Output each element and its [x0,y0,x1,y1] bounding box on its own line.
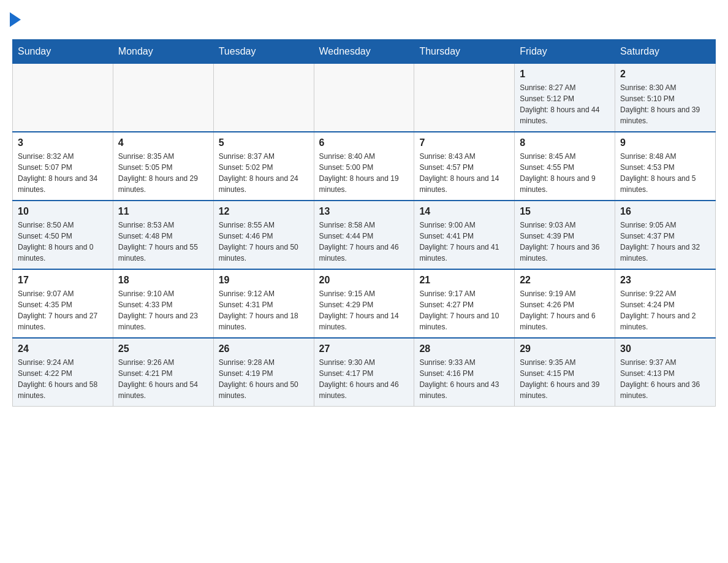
day-info: Sunrise: 9:35 AMSunset: 4:15 PMDaylight:… [520,357,610,401]
calendar-day-cell: 13Sunrise: 8:58 AMSunset: 4:44 PMDayligh… [314,201,414,269]
day-number: 22 [520,275,610,286]
day-number: 18 [118,275,208,286]
calendar-day-cell: 19Sunrise: 9:12 AMSunset: 4:31 PMDayligh… [213,269,314,338]
day-number: 25 [118,343,208,354]
calendar-day-cell: 20Sunrise: 9:15 AMSunset: 4:29 PMDayligh… [314,269,414,338]
calendar-week-row: 10Sunrise: 8:50 AMSunset: 4:50 PMDayligh… [13,201,716,269]
day-info: Sunrise: 8:32 AMSunset: 5:07 PMDaylight:… [18,151,108,195]
day-number: 16 [620,206,710,217]
calendar-day-cell: 4Sunrise: 8:35 AMSunset: 5:05 PMDaylight… [113,132,213,201]
calendar-day-cell [314,64,414,132]
calendar-day-cell: 29Sunrise: 9:35 AMSunset: 4:15 PMDayligh… [515,338,615,407]
day-number: 1 [520,69,610,80]
day-info: Sunrise: 9:26 AMSunset: 4:21 PMDaylight:… [118,357,208,401]
calendar-table: Sunday Monday Tuesday Wednesday Thursday… [12,39,716,407]
calendar-day-cell: 24Sunrise: 9:24 AMSunset: 4:22 PMDayligh… [13,338,113,407]
day-info: Sunrise: 8:30 AMSunset: 5:10 PMDaylight:… [620,82,710,126]
day-info: Sunrise: 9:05 AMSunset: 4:37 PMDaylight:… [620,220,710,264]
day-info: Sunrise: 8:53 AMSunset: 4:48 PMDaylight:… [118,220,208,264]
day-number: 2 [620,69,710,80]
day-info: Sunrise: 9:24 AMSunset: 4:22 PMDaylight:… [18,357,108,401]
calendar-day-cell: 25Sunrise: 9:26 AMSunset: 4:21 PMDayligh… [113,338,213,407]
calendar-day-cell: 26Sunrise: 9:28 AMSunset: 4:19 PMDayligh… [213,338,314,407]
header-sunday: Sunday [13,40,113,64]
day-number: 24 [18,343,108,354]
day-number: 23 [620,275,710,286]
day-number: 30 [620,343,710,354]
calendar-day-cell: 15Sunrise: 9:03 AMSunset: 4:39 PMDayligh… [515,201,615,269]
day-info: Sunrise: 8:55 AMSunset: 4:46 PMDaylight:… [219,220,309,264]
day-number: 13 [319,206,409,217]
day-number: 11 [118,206,208,217]
calendar-day-cell: 6Sunrise: 8:40 AMSunset: 5:00 PMDaylight… [314,132,414,201]
day-info: Sunrise: 9:12 AMSunset: 4:31 PMDaylight:… [219,288,309,332]
calendar-day-cell: 11Sunrise: 8:53 AMSunset: 4:48 PMDayligh… [113,201,213,269]
calendar-day-cell: 10Sunrise: 8:50 AMSunset: 4:50 PMDayligh… [13,201,113,269]
day-number: 12 [219,206,309,217]
day-info: Sunrise: 9:28 AMSunset: 4:19 PMDaylight:… [219,357,309,401]
calendar-day-cell: 8Sunrise: 8:45 AMSunset: 4:55 PMDaylight… [515,132,615,201]
header-thursday: Thursday [414,40,515,64]
calendar-day-cell: 7Sunrise: 8:43 AMSunset: 4:57 PMDaylight… [414,132,515,201]
day-number: 3 [18,137,108,148]
day-number: 14 [419,206,509,217]
calendar-day-cell: 12Sunrise: 8:55 AMSunset: 4:46 PMDayligh… [213,201,314,269]
calendar-day-cell: 22Sunrise: 9:19 AMSunset: 4:26 PMDayligh… [515,269,615,338]
day-number: 4 [118,137,208,148]
calendar-day-cell: 2Sunrise: 8:30 AMSunset: 5:10 PMDaylight… [615,64,716,132]
day-number: 28 [419,343,509,354]
day-number: 21 [419,275,509,286]
day-number: 19 [219,275,309,286]
calendar-day-cell: 9Sunrise: 8:48 AMSunset: 4:53 PMDaylight… [615,132,716,201]
calendar-day-cell: 27Sunrise: 9:30 AMSunset: 4:17 PMDayligh… [314,338,414,407]
calendar-day-cell: 28Sunrise: 9:33 AMSunset: 4:16 PMDayligh… [414,338,515,407]
day-info: Sunrise: 9:37 AMSunset: 4:13 PMDaylight:… [620,357,710,401]
calendar-week-row: 24Sunrise: 9:24 AMSunset: 4:22 PMDayligh… [13,338,716,407]
day-info: Sunrise: 9:33 AMSunset: 4:16 PMDaylight:… [419,357,509,401]
day-info: Sunrise: 8:48 AMSunset: 4:53 PMDaylight:… [620,151,710,195]
day-info: Sunrise: 9:30 AMSunset: 4:17 PMDaylight:… [319,357,409,401]
calendar-day-cell: 5Sunrise: 8:37 AMSunset: 5:02 PMDaylight… [213,132,314,201]
day-number: 5 [219,137,309,148]
day-number: 26 [219,343,309,354]
logo [12,12,23,27]
day-number: 8 [520,137,610,148]
header-monday: Monday [113,40,213,64]
day-number: 7 [419,137,509,148]
calendar-day-cell: 17Sunrise: 9:07 AMSunset: 4:35 PMDayligh… [13,269,113,338]
day-info: Sunrise: 9:17 AMSunset: 4:27 PMDaylight:… [419,288,509,332]
day-info: Sunrise: 9:07 AMSunset: 4:35 PMDaylight:… [18,288,108,332]
calendar-day-cell [113,64,213,132]
day-info: Sunrise: 9:15 AMSunset: 4:29 PMDaylight:… [319,288,409,332]
calendar-day-cell: 23Sunrise: 9:22 AMSunset: 4:24 PMDayligh… [615,269,716,338]
day-info: Sunrise: 9:03 AMSunset: 4:39 PMDaylight:… [520,220,610,264]
calendar-day-cell: 16Sunrise: 9:05 AMSunset: 4:37 PMDayligh… [615,201,716,269]
calendar-day-cell: 21Sunrise: 9:17 AMSunset: 4:27 PMDayligh… [414,269,515,338]
calendar-week-row: 17Sunrise: 9:07 AMSunset: 4:35 PMDayligh… [13,269,716,338]
header-friday: Friday [515,40,615,64]
calendar-day-cell [414,64,515,132]
calendar-day-cell: 30Sunrise: 9:37 AMSunset: 4:13 PMDayligh… [615,338,716,407]
calendar-day-cell: 3Sunrise: 8:32 AMSunset: 5:07 PMDaylight… [13,132,113,201]
page-header [12,12,716,27]
day-number: 27 [319,343,409,354]
header-wednesday: Wednesday [314,40,414,64]
day-number: 29 [520,343,610,354]
day-info: Sunrise: 8:35 AMSunset: 5:05 PMDaylight:… [118,151,208,195]
day-number: 9 [620,137,710,148]
day-number: 6 [319,137,409,148]
day-info: Sunrise: 9:00 AMSunset: 4:41 PMDaylight:… [419,220,509,264]
calendar-body: 1Sunrise: 8:27 AMSunset: 5:12 PMDaylight… [13,64,716,407]
day-number: 10 [18,206,108,217]
day-number: 15 [520,206,610,217]
day-info: Sunrise: 8:37 AMSunset: 5:02 PMDaylight:… [219,151,309,195]
day-number: 17 [18,275,108,286]
day-number: 20 [319,275,409,286]
day-info: Sunrise: 8:27 AMSunset: 5:12 PMDaylight:… [520,82,610,126]
day-info: Sunrise: 8:43 AMSunset: 4:57 PMDaylight:… [419,151,509,195]
day-info: Sunrise: 8:50 AMSunset: 4:50 PMDaylight:… [18,220,108,264]
weekday-header-row: Sunday Monday Tuesday Wednesday Thursday… [13,40,716,64]
day-info: Sunrise: 9:10 AMSunset: 4:33 PMDaylight:… [118,288,208,332]
calendar-header: Sunday Monday Tuesday Wednesday Thursday… [13,40,716,64]
header-tuesday: Tuesday [213,40,314,64]
